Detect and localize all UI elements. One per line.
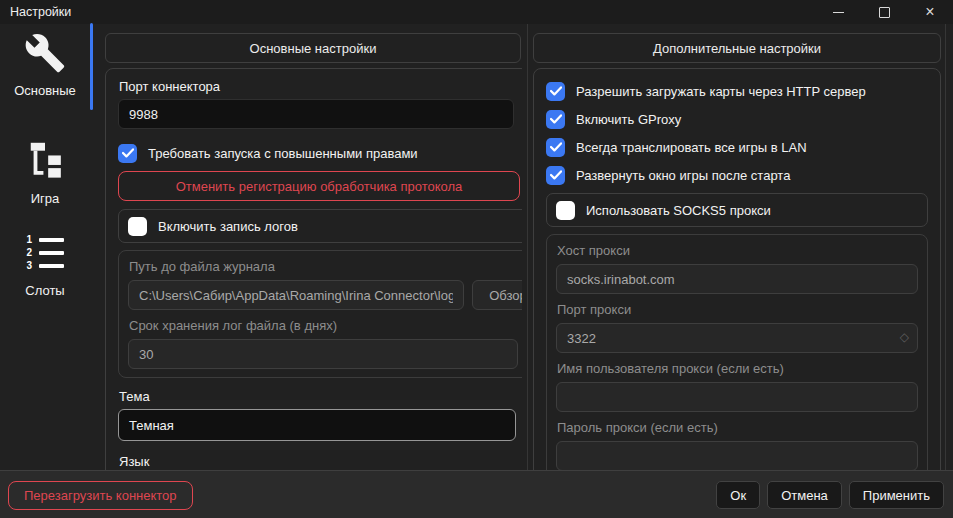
- checked-checkbox-icon[interactable]: [118, 144, 137, 163]
- log-path-input: [128, 280, 464, 310]
- checked-checkbox-icon[interactable]: [546, 82, 565, 101]
- additional-settings-header: Дополнительные настройки: [533, 33, 941, 63]
- proxy-port-input: [556, 323, 918, 353]
- reload-connector-button[interactable]: Перезагрузить коннектор: [8, 481, 193, 510]
- active-tab-indicator: [90, 23, 93, 110]
- settings-window: Настройки × Основные Игра: [0, 0, 953, 518]
- close-icon: ×: [925, 4, 934, 20]
- sidebar-item-label: Слоты: [25, 283, 64, 298]
- game-tree-icon: [26, 138, 64, 184]
- unregister-protocol-button[interactable]: Отменить регистрацию обработчика протоко…: [118, 171, 520, 201]
- proxy-port-label: Порт прокси: [557, 302, 918, 317]
- dialog-buttons: Ок Отмена Применить: [716, 481, 944, 509]
- additional-settings-container: Разрешить загружать карты через HTTP сер…: [533, 68, 941, 470]
- list-bar: [39, 238, 64, 242]
- numbered-list-icon: 1 2 3: [27, 230, 64, 276]
- maximize-game-checkbox-label: Развернуть окно игры после старта: [576, 168, 790, 183]
- proxy-password-input: [556, 441, 918, 470]
- list-bar: [39, 251, 64, 255]
- panel-divider: [527, 24, 528, 470]
- browse-button: Обзор: [472, 280, 522, 310]
- unchecked-checkbox-icon[interactable]: [556, 201, 575, 220]
- checked-checkbox-icon[interactable]: [546, 166, 565, 185]
- additional-settings-panel: Дополнительные настройки Разрешить загру…: [533, 33, 942, 470]
- minimize-button[interactable]: [815, 0, 861, 24]
- maximize-game-checkbox-row[interactable]: Развернуть окно игры после старта: [546, 165, 928, 185]
- close-button[interactable]: ×: [907, 0, 953, 24]
- cancel-button[interactable]: Отмена: [767, 481, 842, 509]
- proxy-password-label: Пароль прокси (если есть): [557, 420, 918, 435]
- enable-logs-checkbox-label: Включить запись логов: [158, 219, 298, 234]
- socks5-checkbox-row[interactable]: Использовать SOCKS5 прокси: [546, 193, 928, 227]
- log-retention-input: [128, 339, 518, 369]
- theme-label: Тема: [119, 389, 516, 404]
- lan-broadcast-checkbox-row[interactable]: Всегда транслировать все игры в LAN: [546, 137, 928, 157]
- list-number: 2: [27, 248, 35, 258]
- sidebar-item-game[interactable]: Игра: [0, 138, 90, 206]
- wrench-icon: [24, 30, 66, 76]
- socks5-checkbox-label: Использовать SOCKS5 прокси: [586, 203, 771, 218]
- footer-bar: Перезагрузить коннектор Ок Отмена Примен…: [0, 470, 953, 518]
- language-label: Язык: [119, 454, 516, 469]
- minimize-icon: [833, 12, 844, 13]
- basic-settings-panel: Основные настройки Порт коннектора Требо…: [105, 33, 522, 470]
- http-maps-checkbox-row[interactable]: Разрешить загружать карты через HTTP сер…: [546, 81, 928, 101]
- http-maps-checkbox-label: Разрешить загружать карты через HTTP сер…: [576, 84, 866, 99]
- proxy-user-input: [556, 382, 918, 412]
- basic-settings-container: Порт коннектора Требовать запуска с повы…: [105, 68, 522, 470]
- window-title: Настройки: [10, 5, 71, 19]
- theme-select-value: Темная: [129, 418, 174, 433]
- titlebar[interactable]: Настройки ×: [0, 0, 953, 24]
- sidebar: Основные Игра 1 2 3 Слоты: [0, 24, 90, 470]
- elevated-rights-checkbox-row[interactable]: Требовать запуска с повышенными правами: [118, 143, 516, 163]
- theme-select[interactable]: Темная: [118, 409, 516, 441]
- apply-button[interactable]: Применить: [849, 481, 944, 509]
- connector-port-input[interactable]: [118, 99, 514, 129]
- proxy-settings-group: Хост прокси Порт прокси ◇ Имя пользовате…: [546, 234, 928, 470]
- checked-checkbox-icon[interactable]: [546, 138, 565, 157]
- log-retention-label: Срок хранения лог файла (в днях): [129, 318, 522, 333]
- maximize-button[interactable]: [861, 0, 907, 24]
- basic-settings-header: Основные настройки: [105, 33, 521, 63]
- elevated-rights-checkbox-label: Требовать запуска с повышенными правами: [148, 146, 418, 161]
- proxy-host-label: Хост прокси: [557, 243, 918, 258]
- list-bar: [39, 264, 64, 268]
- enable-logs-checkbox-row[interactable]: Включить запись логов: [118, 209, 522, 243]
- log-path-label: Путь до файла журнала: [129, 259, 522, 274]
- sidebar-item-label: Основные: [14, 83, 76, 98]
- list-number: 3: [27, 261, 35, 271]
- gproxy-checkbox-row[interactable]: Включить GProxy: [546, 109, 928, 129]
- maximize-icon: [879, 7, 890, 18]
- proxy-user-label: Имя пользователя прокси (если есть): [557, 361, 918, 376]
- panel-divider: [945, 24, 946, 470]
- ok-button[interactable]: Ок: [716, 481, 760, 509]
- log-settings-group: Путь до файла журнала Обзор Срок хранени…: [118, 250, 522, 378]
- sidebar-item-general[interactable]: Основные: [0, 30, 90, 98]
- list-number: 1: [27, 235, 35, 245]
- unchecked-checkbox-icon[interactable]: [128, 217, 147, 236]
- gproxy-checkbox-label: Включить GProxy: [576, 112, 681, 127]
- proxy-host-input: [556, 264, 918, 294]
- sidebar-item-label: Игра: [31, 191, 60, 206]
- connector-port-label: Порт коннектора: [119, 79, 516, 94]
- window-controls: ×: [815, 0, 953, 24]
- checked-checkbox-icon[interactable]: [546, 110, 565, 129]
- lan-broadcast-checkbox-label: Всегда транслировать все игры в LAN: [576, 140, 807, 155]
- number-spinner-icon: ◇: [900, 331, 909, 343]
- sidebar-item-slots[interactable]: 1 2 3 Слоты: [0, 230, 90, 298]
